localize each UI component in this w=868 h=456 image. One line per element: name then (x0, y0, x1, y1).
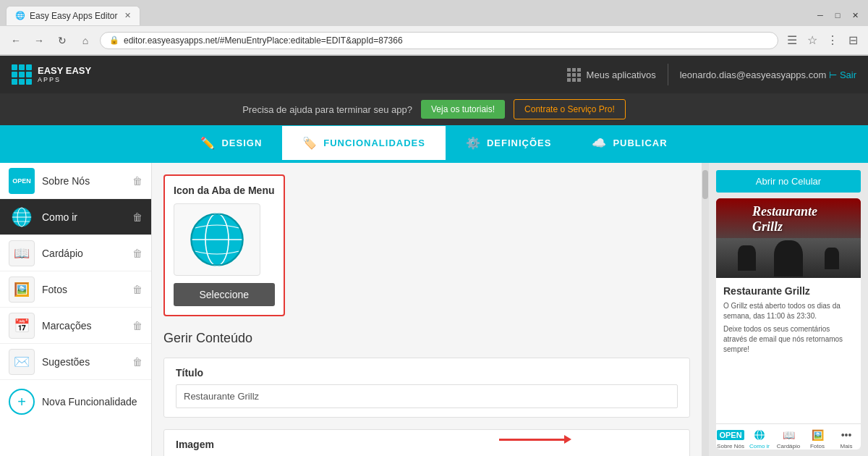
delete-fotos-btn[interactable]: 🗑 (132, 284, 142, 295)
sidebar-toggle-btn[interactable]: ⊟ (845, 33, 861, 48)
phone-nav-bar: OPEN Sobre Nós Como ir (716, 423, 861, 449)
title-input[interactable] (176, 384, 678, 408)
phone-nav-cardapio[interactable]: 📖 Cardápio (774, 428, 803, 449)
sidebar-item-cardapio[interactable]: 📖 Cardápio 🗑 (0, 235, 151, 271)
window-controls: ─ □ ✕ (813, 8, 862, 22)
help-bar: Precisa de ajuda para terminar seu app? … (0, 93, 868, 125)
tag-icon: 🏷️ (302, 136, 318, 150)
sidebar-item-sugestoes[interactable]: ✉️ Sugestões 🗑 (0, 344, 151, 380)
address-bar: ← → ↻ ⌂ 🔒 editor.easyeasyapps.net/#MenuE… (0, 26, 868, 55)
help-text: Precisa de ajuda para terminar seu app? (242, 104, 412, 115)
browser-tab[interactable]: 🌐 Easy Easy Apps Editor ✕ (6, 6, 140, 25)
reload-btn[interactable]: ↻ (54, 32, 71, 49)
phone-nav-sobre-label: Sobre Nós (717, 443, 744, 449)
header-separator (668, 64, 668, 85)
sidebar-item-como-ir[interactable]: Como ir 🗑 (0, 199, 151, 235)
phone-nav-fotos[interactable]: 🖼️ Fotos (803, 428, 832, 449)
tutorials-btn[interactable]: Veja os tutoriais! (421, 100, 505, 119)
phone-nav-book-icon: 📖 (780, 428, 796, 442)
section-title: Gerir Conteúdo (163, 331, 690, 346)
apps-grid-icon[interactable] (567, 68, 581, 82)
icon-picker: Icon da Aba de Menu Seleccione (163, 174, 285, 316)
home-btn[interactable]: ⌂ (77, 32, 94, 49)
phone-nav-photo-icon: 🖼️ (809, 428, 825, 442)
tab-title: Easy Easy Apps Editor (30, 11, 117, 21)
phone-nav-como-ir[interactable]: Como ir (745, 428, 774, 449)
sidebar-item-sobre-nos[interactable]: OPEN Sobre Nós 🗑 (0, 163, 151, 199)
lock-icon: 🔒 (109, 35, 119, 45)
tab-design-label: DESIGN (221, 138, 262, 148)
phone-nav-fotos-label: Fotos (810, 443, 825, 449)
url-bar[interactable]: 🔒 editor.easyeasyapps.net/#MenuEntryPlac… (100, 32, 778, 49)
contratar-btn[interactable]: Contrate o Serviço Pro! (514, 99, 626, 119)
red-arrow (499, 435, 571, 444)
delete-sugestoes-btn[interactable]: 🗑 (132, 356, 142, 368)
tab-design[interactable]: ✏️ DESIGN (180, 126, 282, 162)
phone-nav-cardapio-label: Cardápio (777, 443, 800, 449)
phone-nav-como-label: Como ir (749, 443, 770, 449)
tab-close-btn[interactable]: ✕ (124, 11, 131, 20)
selecione-btn[interactable]: Seleccione (174, 283, 275, 306)
forward-btn[interactable]: → (30, 32, 48, 49)
phone-nav-mais-label: Mais (841, 443, 853, 449)
scrollbar[interactable] (702, 163, 709, 456)
delete-cardapio-btn[interactable]: 🗑 (132, 248, 142, 259)
photo-icon: 🖼️ (9, 276, 35, 303)
delete-sobre-nos-btn[interactable]: 🗑 (132, 175, 142, 187)
phone-preview: Restaurante Grillz Restaurante Grillz O … (716, 198, 861, 449)
meus-aplicativos-link[interactable]: Meus aplicativos (587, 69, 656, 80)
delete-marcacoes-btn[interactable]: 🗑 (132, 320, 142, 332)
tab-publicar[interactable]: ☁️ PUBLICAR (571, 126, 687, 162)
tab-publicar-label: PUBLICAR (613, 138, 667, 148)
back-btn[interactable]: ← (7, 32, 25, 49)
image-label: Imagem (176, 439, 678, 450)
tab-funcionalidades[interactable]: 🏷️ FUNCIONALIDADES (282, 126, 446, 162)
title-label: Título (176, 367, 678, 379)
gear-icon: ⚙️ (466, 136, 481, 150)
tab-bar: 🌐 Easy Easy Apps Editor ✕ ─ □ ✕ (0, 0, 868, 26)
pencil-icon: ✏️ (200, 136, 216, 150)
form-section: Gerir Conteúdo Título Imagem (163, 331, 690, 456)
delete-como-ir-btn[interactable]: 🗑 (132, 211, 142, 223)
sidebar-label-sugestoes: Sugestões (42, 356, 125, 368)
phone-desc2: Deixe todos os seus comentários através … (723, 324, 854, 355)
url-text: editor.easyeasyapps.net/#MenuEntryPlace:… (124, 35, 403, 46)
sidebar-item-fotos[interactable]: 🖼️ Fotos 🗑 (0, 271, 151, 308)
phone-nav-open-icon: OPEN (723, 428, 739, 442)
sidebar-item-marcacoes[interactable]: 📅 Marcações 🗑 (0, 308, 151, 344)
phone-restaurant-name: Restaurante Grillz (723, 285, 854, 297)
phone-body: Restaurante Grillz O Grillz está aberto … (716, 278, 861, 423)
tab-funcionalidades-label: FUNCIONALIDADES (323, 138, 425, 148)
abrir-celular-btn[interactable]: Abrir no Celular (716, 170, 861, 193)
phone-nav-more-icon: ••• (838, 428, 854, 442)
sidebar-label-fotos: Fotos (42, 284, 125, 295)
nav-tabs: ✏️ DESIGN 🏷️ FUNCIONALIDADES ⚙️ DEFINIÇÕ… (0, 125, 868, 163)
sair-btn[interactable]: ⊢ Sair (829, 69, 856, 80)
tab-definicoes[interactable]: ⚙️ DEFINIÇÕES (446, 126, 571, 162)
add-circle-icon: + (9, 389, 35, 415)
content-area: Icon da Aba de Menu Seleccione Gerir Con… (152, 163, 702, 456)
minimize-btn[interactable]: ─ (813, 8, 827, 22)
header-right: Meus aplicativos leonardo.dias@easyeasya… (567, 64, 856, 85)
maximize-btn[interactable]: □ (830, 8, 845, 22)
settings-btn[interactable]: ⋮ (825, 33, 841, 48)
image-field: Imagem (163, 429, 690, 456)
add-label: Nova Funcionalidade (42, 396, 137, 408)
globe-preview-icon (188, 211, 246, 269)
scrollbar-thumb[interactable] (702, 170, 708, 199)
sidebar-label-cardapio: Cardápio (42, 248, 125, 259)
calendar-icon: 📅 (9, 313, 35, 339)
add-funcionalidade-btn[interactable]: + Nova Funcionalidade (0, 380, 151, 423)
icon-picker-title: Icon da Aba de Menu (174, 185, 275, 196)
main-content: OPEN Sobre Nós 🗑 Como ir 🗑 📖 (0, 163, 868, 456)
sidebar-label-como-ir: Como ir (42, 211, 125, 223)
extensions-btn[interactable]: ☰ (784, 33, 800, 48)
star-btn[interactable]: ☆ (804, 33, 820, 48)
phone-header-image: Restaurante Grillz (716, 198, 861, 278)
close-btn[interactable]: ✕ (848, 8, 862, 22)
phone-desc1: O Grillz está aberto todos os dias da se… (723, 301, 854, 321)
tab-definicoes-label: DEFINIÇÕES (487, 138, 551, 148)
phone-nav-sobre-nos[interactable]: OPEN Sobre Nós (716, 428, 745, 449)
book-icon: 📖 (9, 240, 35, 266)
phone-nav-mais[interactable]: ••• Mais (832, 428, 861, 449)
